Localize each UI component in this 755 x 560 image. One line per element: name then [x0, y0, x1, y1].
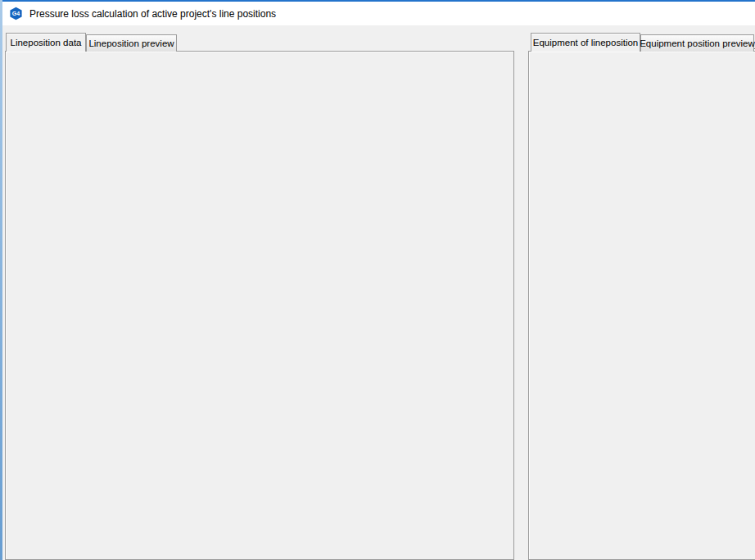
tab-label: Lineposition preview [88, 38, 174, 48]
window-border-left [0, 0, 2, 560]
tab-lineposition-preview[interactable]: Lineposition preview [86, 34, 177, 52]
tab-label: Equipment position preview [640, 38, 755, 48]
title-bar: G4 Pressure loss calculation of active p… [2, 2, 755, 25]
app-icon: G4 [9, 7, 23, 20]
equipment-page [528, 51, 755, 560]
tab-equipment-position-preview[interactable]: Equipment position preview [640, 34, 754, 52]
tab-label: Equipment of lineposition [533, 38, 639, 47]
lineposition-data-page [5, 51, 514, 560]
window-title: Pressure loss calculation of active proj… [29, 8, 276, 20]
app-window: G4 Pressure loss calculation of active p… [0, 0, 755, 560]
svg-text:G4: G4 [12, 11, 20, 16]
tab-lineposition-data[interactable]: Lineposition data [6, 33, 86, 52]
tab-equipment-of-lineposition[interactable]: Equipment of lineposition [531, 33, 640, 52]
tab-label: Lineposition data [11, 38, 82, 47]
